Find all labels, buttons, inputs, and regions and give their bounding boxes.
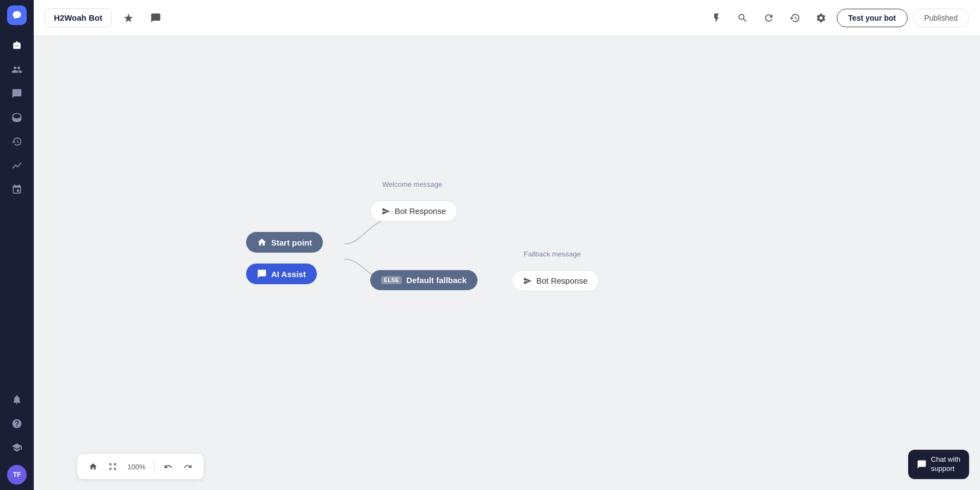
sidebar: TF xyxy=(0,0,34,490)
test-bot-button[interactable]: Test your bot xyxy=(837,9,908,27)
bot-response-1-label: Bot Response xyxy=(395,206,446,216)
sidebar-item-contacts[interactable] xyxy=(6,59,28,81)
ai-assist-label: AI Assist xyxy=(271,270,306,279)
undo-icon-button[interactable] xyxy=(160,458,176,475)
chat-support-text: Chat withsupport xyxy=(931,455,960,474)
default-fallback-node[interactable]: ELSE Default fallback xyxy=(370,270,477,290)
header: H2Woah Bot Test your bot P xyxy=(34,0,980,36)
chat-support-button[interactable]: Chat withsupport xyxy=(908,450,969,479)
refresh-icon-button[interactable] xyxy=(758,8,779,28)
toolbar-divider xyxy=(154,461,155,473)
else-badge: ELSE xyxy=(381,276,402,284)
bot-name-button[interactable]: H2Woah Bot xyxy=(45,8,112,27)
start-point-label: Start point xyxy=(271,238,312,247)
lightning-icon-button[interactable] xyxy=(706,8,727,28)
fit-screen-icon-button[interactable] xyxy=(105,458,121,475)
bot-response-1-node[interactable]: Bot Response xyxy=(370,200,457,222)
chat-icon-button[interactable] xyxy=(145,8,166,28)
ai-assist-node[interactable]: AI Assist xyxy=(246,264,317,284)
welcome-message-label: Welcome message xyxy=(382,180,442,188)
start-point-node[interactable]: Start point xyxy=(246,232,323,253)
main-area: H2Woah Bot Test your bot P xyxy=(34,0,980,490)
redo-icon-button[interactable] xyxy=(180,458,196,475)
sidebar-item-help[interactable] xyxy=(6,413,28,434)
user-avatar[interactable]: TF xyxy=(7,465,27,485)
clock-icon-button[interactable] xyxy=(785,8,805,28)
settings-icon-button[interactable] xyxy=(811,8,831,28)
default-fallback-label: Default fallback xyxy=(406,275,467,285)
search-icon-button[interactable] xyxy=(732,8,753,28)
sidebar-item-history[interactable] xyxy=(6,131,28,152)
sidebar-logo[interactable] xyxy=(7,5,27,25)
flow-canvas[interactable]: Welcome message Fallback message Start p… xyxy=(34,36,980,490)
sidebar-item-bots[interactable] xyxy=(6,35,28,57)
header-right: Test your bot Published xyxy=(706,8,969,28)
sparkle-icon-button[interactable] xyxy=(118,8,139,28)
sidebar-item-integrations[interactable] xyxy=(6,179,28,200)
flow-connectors xyxy=(34,36,980,490)
sidebar-item-conversations[interactable] xyxy=(6,83,28,105)
sidebar-item-learn[interactable] xyxy=(6,437,28,458)
bot-response-2-node[interactable]: Bot Response xyxy=(512,270,599,291)
sidebar-item-analytics[interactable] xyxy=(6,155,28,176)
bot-response-2-label: Bot Response xyxy=(536,276,587,285)
home-icon-button[interactable] xyxy=(85,458,101,475)
published-button[interactable]: Published xyxy=(913,9,970,27)
fallback-message-label: Fallback message xyxy=(524,250,581,258)
sidebar-item-notifications[interactable] xyxy=(6,389,28,411)
zoom-level: 100% xyxy=(124,463,149,471)
sidebar-item-data[interactable] xyxy=(6,107,28,128)
bottom-toolbar: 100% xyxy=(77,454,204,479)
